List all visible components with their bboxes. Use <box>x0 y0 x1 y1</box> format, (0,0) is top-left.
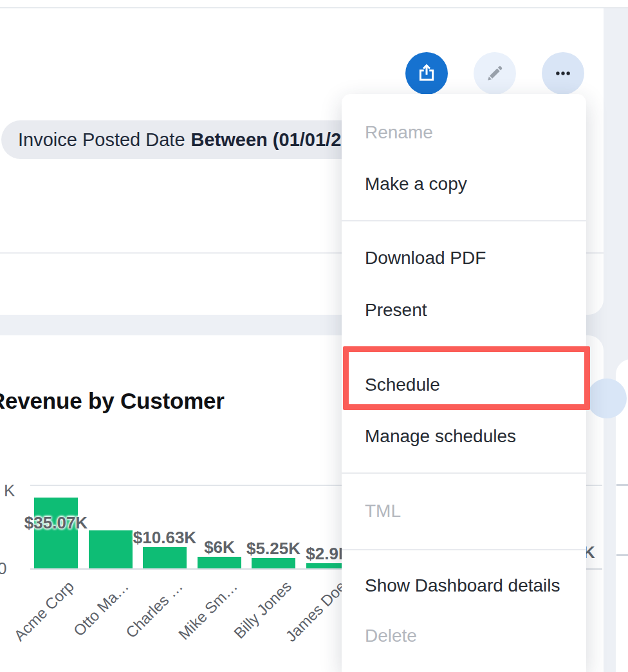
menu-item-rename: Rename <box>365 122 566 143</box>
menu-divider <box>342 549 586 550</box>
pencil-icon <box>485 63 505 84</box>
share-button[interactable] <box>405 52 448 95</box>
annotation-highlight-schedule <box>343 346 590 410</box>
bar-acme-corp[interactable] <box>34 498 78 569</box>
filter-chip-invoice-posted-date[interactable]: Invoice Posted Date Between (01/01/2 <box>1 120 362 159</box>
clipped-content-dash <box>616 554 628 556</box>
share-upload-icon <box>416 62 438 84</box>
filter-chip-field: Invoice Posted Date <box>18 129 185 151</box>
y-axis-tick-top: K <box>4 481 15 501</box>
more-button[interactable] <box>542 52 584 95</box>
menu-item-delete: Delete <box>365 626 566 646</box>
viz-more-button[interactable] <box>587 378 627 418</box>
clipped-content-dash <box>616 484 628 486</box>
menu-item-manage-schedules[interactable]: Manage schedules <box>365 426 566 447</box>
menu-item-download-pdf[interactable]: Download PDF <box>365 248 566 268</box>
ellipsis-icon <box>551 62 575 85</box>
menu-divider <box>342 472 586 474</box>
menu-item-make-a-copy[interactable]: Make a copy <box>365 174 566 194</box>
menu-item-tml: TML <box>365 501 566 521</box>
y-axis-tick-zero: 0 <box>0 559 6 579</box>
menu-item-show-dashboard-details[interactable]: Show Dashboard details <box>365 575 566 596</box>
top-navbar-edge <box>0 0 628 8</box>
menu-divider <box>342 220 586 221</box>
menu-item-present[interactable]: Present <box>365 300 566 321</box>
edit-button[interactable] <box>474 52 516 95</box>
liveboard-page: Invoice Posted Date Between (01/01/2 Rev… <box>0 0 628 672</box>
filter-chip-condition: Between (01/01/2 <box>191 129 342 151</box>
